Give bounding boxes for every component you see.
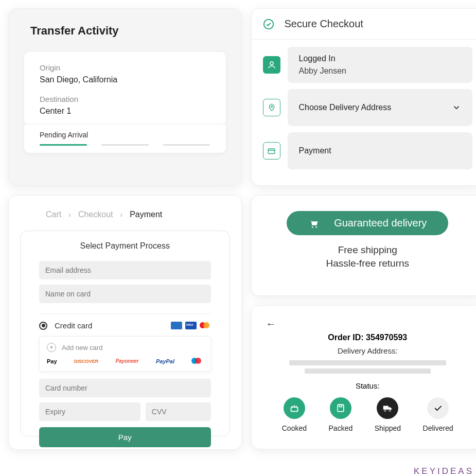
cc-logos bbox=[171, 322, 211, 329]
order-id: Order ID: 354970593 bbox=[266, 333, 470, 342]
crumb-checkout[interactable]: Checkout bbox=[78, 210, 113, 219]
checkout-row-login[interactable]: Logged In Abby Jensen bbox=[263, 47, 473, 83]
credit-card-option[interactable]: Credit card bbox=[39, 321, 211, 330]
svg-rect-3 bbox=[268, 149, 275, 153]
svg-point-4 bbox=[312, 226, 313, 227]
free-shipping: Free shipping bbox=[326, 244, 409, 256]
add-new-card[interactable]: + Add new card bbox=[47, 343, 203, 352]
secure-checkout-card: Secure Checkout Logged In Abby Jensen Ch… bbox=[251, 8, 477, 186]
progress-bar-2 bbox=[101, 144, 149, 146]
location-icon bbox=[263, 99, 280, 116]
svg-point-1 bbox=[270, 62, 273, 65]
step-cooked: Cooked bbox=[282, 397, 307, 432]
packed-icon bbox=[330, 397, 351, 419]
svg-rect-8 bbox=[339, 405, 342, 407]
expiry-field[interactable] bbox=[39, 402, 140, 421]
crumb-payment: Payment bbox=[130, 210, 162, 219]
user-icon bbox=[263, 56, 280, 74]
add-new-label: Add new card bbox=[62, 344, 103, 352]
plus-icon: + bbox=[47, 343, 56, 352]
cvv-field[interactable] bbox=[146, 402, 211, 421]
delivered-label: Delivered bbox=[423, 424, 453, 432]
mastercard-icon bbox=[200, 322, 211, 329]
address-label: Choose Delivery Address bbox=[299, 103, 392, 112]
applepay-icon: Pay bbox=[47, 357, 57, 365]
amex-icon bbox=[171, 322, 182, 329]
payment-label: Payment bbox=[299, 146, 331, 155]
maestro-icon bbox=[191, 357, 203, 365]
card-number-field[interactable] bbox=[39, 379, 211, 397]
svg-point-9 bbox=[384, 410, 386, 412]
payoneer-icon: Payoneer bbox=[115, 358, 138, 364]
logged-in-label: Logged In bbox=[299, 54, 336, 63]
add-card-panel: + Add new card Pay DISCOVER Payoneer Pay… bbox=[39, 336, 211, 372]
progress-bar-1 bbox=[40, 144, 87, 146]
pay-button[interactable]: Pay bbox=[39, 427, 211, 447]
status-label: Status: bbox=[266, 381, 470, 390]
card-icon bbox=[263, 142, 280, 160]
destination-label: Destination bbox=[40, 95, 210, 103]
checkout-row-payment[interactable]: Payment bbox=[263, 132, 473, 169]
transfer-inner: Origin San Diego, California Destination… bbox=[24, 52, 226, 125]
checkout-title: Secure Checkout bbox=[285, 18, 363, 30]
destination-value: Center 1 bbox=[40, 107, 210, 116]
order-card: ← Order ID: 354970593 Delivery Address: … bbox=[251, 305, 477, 449]
visa-icon bbox=[185, 322, 197, 329]
transfer-status-section: Pending Arrival bbox=[24, 124, 226, 153]
status-steps: Cooked Packed Shipped bbox=[266, 397, 470, 432]
panel-title: Select Payment Process bbox=[39, 241, 211, 251]
guaranteed-delivery-button[interactable]: Guaranteed delivery bbox=[287, 211, 448, 235]
user-name: Abby Jensen bbox=[299, 66, 347, 76]
hassle-free: Hassle-free returns bbox=[326, 258, 409, 269]
back-button[interactable]: ← bbox=[266, 318, 470, 330]
paypal-icon: PayPal bbox=[156, 358, 174, 364]
transfer-progress bbox=[40, 144, 210, 146]
checkout-row-address[interactable]: Choose Delivery Address bbox=[263, 89, 473, 126]
step-delivered: Delivered bbox=[423, 397, 453, 432]
checkout-header: Secure Checkout bbox=[252, 9, 477, 40]
progress-bar-3 bbox=[163, 144, 210, 146]
address-line-1 bbox=[289, 360, 446, 365]
delivered-icon bbox=[427, 397, 449, 419]
cooked-label: Cooked bbox=[282, 424, 307, 432]
payment-panel: Select Payment Process Credit card + Add… bbox=[20, 231, 230, 436]
delivery-card: Guaranteed delivery Free shipping Hassle… bbox=[251, 195, 477, 296]
payment-card: Cart › Checkout › Payment Select Payment… bbox=[8, 195, 242, 450]
crumb-cart[interactable]: Cart bbox=[46, 210, 61, 219]
step-packed: Packed bbox=[329, 397, 353, 432]
svg-point-10 bbox=[389, 410, 391, 412]
svg-rect-6 bbox=[291, 407, 297, 411]
delivery-btn-label: Guaranteed delivery bbox=[334, 217, 427, 229]
cart-icon bbox=[308, 218, 320, 229]
shipped-label: Shipped bbox=[375, 424, 401, 432]
transfer-title: Transfer Activity bbox=[24, 24, 226, 38]
svg-rect-7 bbox=[338, 405, 344, 411]
pay-method-logos: Pay DISCOVER Payoneer PayPal bbox=[47, 357, 203, 365]
discover-icon: DISCOVER bbox=[74, 359, 98, 364]
name-field[interactable] bbox=[39, 285, 211, 303]
brand-name: KEYIDEAS bbox=[414, 466, 474, 474]
radio-selected[interactable] bbox=[39, 322, 47, 330]
checkmark-icon bbox=[263, 19, 274, 30]
step-shipped: Shipped bbox=[375, 397, 401, 432]
svg-point-2 bbox=[271, 106, 272, 107]
address-line-2 bbox=[305, 368, 431, 374]
cc-label: Credit card bbox=[55, 321, 164, 330]
delivery-address-label: Delivery Address: bbox=[266, 346, 470, 355]
origin-label: Origin bbox=[40, 63, 210, 72]
chevron-down-icon[interactable] bbox=[452, 103, 461, 112]
packed-label: Packed bbox=[329, 424, 353, 432]
brand-logo: KEYIDEAS agility·ingenuity·reliability bbox=[414, 466, 474, 474]
cooked-icon bbox=[284, 397, 305, 419]
chevron-right-icon: › bbox=[68, 210, 71, 219]
chevron-right-icon: › bbox=[120, 210, 123, 219]
shipped-icon bbox=[377, 397, 398, 419]
delivery-text: Free shipping Hassle-free returns bbox=[326, 244, 409, 269]
email-field[interactable] bbox=[39, 261, 211, 279]
transfer-status: Pending Arrival bbox=[40, 131, 210, 139]
transfer-activity-card: Transfer Activity Origin San Diego, Cali… bbox=[8, 8, 242, 186]
origin-value: San Diego, California bbox=[40, 75, 210, 84]
svg-point-5 bbox=[315, 226, 317, 227]
breadcrumb: Cart › Checkout › Payment bbox=[20, 210, 230, 219]
